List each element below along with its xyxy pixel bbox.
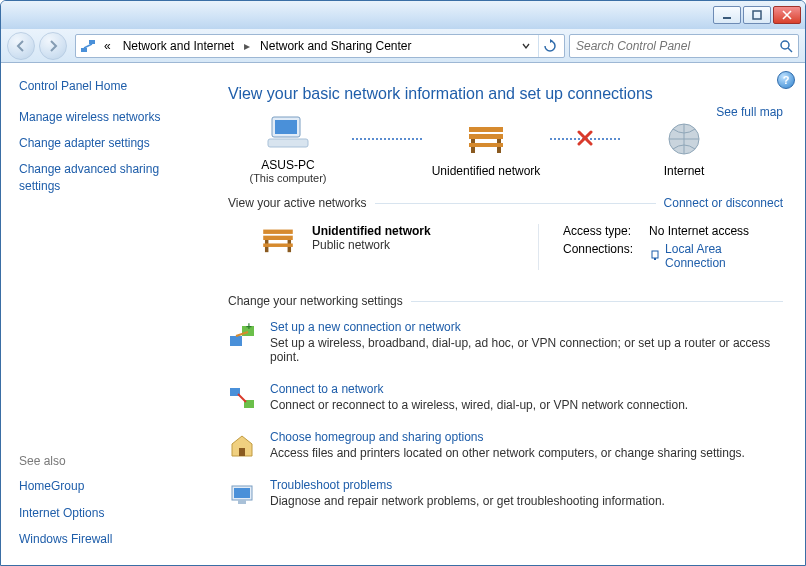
setting-homegroup: Choose homegroup and sharing options Acc… [228,430,783,460]
body: Control Panel Home Manage wireless netwo… [1,63,805,565]
svg-rect-15 [263,236,293,240]
svg-rect-26 [239,448,245,456]
back-button[interactable] [7,32,35,60]
node-this-computer[interactable]: ASUS-PC (This computer) [228,115,348,184]
maximize-button[interactable] [743,6,771,24]
node-network[interactable]: Unidentified network [426,121,546,178]
connection-link-text: Local Area Connection [665,242,783,270]
svg-rect-20 [654,258,656,260]
connect-disconnect-link[interactable]: Connect or disconnect [664,196,783,210]
node-computer-label: ASUS-PC [261,158,314,172]
globe-icon [666,121,702,160]
computer-icon [266,115,310,154]
refresh-button[interactable] [538,35,560,57]
svg-rect-6 [275,120,297,134]
ethernet-icon [649,249,661,264]
see-also-windows-firewall[interactable]: Windows Firewall [19,531,198,547]
active-networks-header-text: View your active networks [228,196,367,210]
forward-button[interactable] [39,32,67,60]
see-also-section: See also HomeGroup Internet Options Wind… [19,454,198,557]
chevron-right-icon[interactable]: ▸ [242,39,252,53]
content: ? View your basic network information an… [206,63,805,565]
window: « Network and Internet ▸ Network and Sha… [0,0,806,566]
svg-point-4 [781,41,789,49]
connect-network-icon [228,384,256,412]
active-network-type: Public network [312,238,431,252]
node-computer-sublabel: (This computer) [249,172,326,184]
settings-list: + Set up a new connection or network Set… [228,316,783,508]
svg-rect-14 [263,230,293,234]
bench-icon [258,224,298,259]
svg-rect-0 [723,17,731,19]
search-icon[interactable] [778,38,794,54]
setting-setup-connection-link[interactable]: Set up a new connection or network [270,320,461,334]
svg-rect-1 [753,11,761,19]
see-also-header: See also [19,454,198,468]
setting-homegroup-desc: Access files and printers located on oth… [270,446,745,460]
setting-troubleshoot: Troubleshoot problems Diagnose and repai… [228,478,783,508]
breadcrumb-ellipsis[interactable]: « [100,39,115,53]
bench-icon [463,121,509,160]
navbar: « Network and Internet ▸ Network and Sha… [1,29,805,63]
sidebar-link-advanced-sharing[interactable]: Change advanced sharing settings [19,161,198,193]
titlebar [1,1,805,29]
page-title: View your basic network information and … [228,85,783,103]
control-panel-home-link[interactable]: Control Panel Home [19,79,198,93]
sidebar: Control Panel Home Manage wireless netwo… [1,63,206,565]
close-button[interactable] [773,6,801,24]
setting-setup-connection: + Set up a new connection or network Set… [228,320,783,364]
breadcrumb-parent[interactable]: Network and Internet [119,39,238,53]
active-networks-header: View your active networks Connect or dis… [228,196,783,210]
homegroup-icon [228,432,256,460]
svg-rect-18 [263,243,293,246]
address-dropdown[interactable] [518,35,534,57]
svg-rect-9 [469,134,503,139]
connection-link[interactable]: Local Area Connection [649,242,783,270]
setting-connect-network: Connect to a network Connect or reconnec… [228,382,783,412]
active-network-block: Unidentified network Public network Acce… [228,218,783,282]
connection-line [352,138,422,140]
svg-rect-2 [81,48,87,52]
svg-rect-12 [469,143,503,147]
x-icon [577,130,593,149]
setup-connection-icon: + [228,322,256,350]
setting-homegroup-link[interactable]: Choose homegroup and sharing options [270,430,483,444]
network-map: ASUS-PC (This computer) Uniden [228,115,783,184]
svg-rect-21 [230,336,242,346]
search-box[interactable] [569,34,799,58]
svg-rect-7 [268,139,308,147]
svg-rect-3 [89,40,95,44]
change-settings-header-text: Change your networking settings [228,294,403,308]
sidebar-link-manage-wireless[interactable]: Manage wireless networks [19,109,198,125]
help-button[interactable]: ? [777,71,795,89]
see-also-internet-options[interactable]: Internet Options [19,505,198,521]
troubleshoot-icon [228,480,256,508]
breadcrumb-current[interactable]: Network and Sharing Center [256,39,415,53]
access-type-label: Access type: [563,224,633,238]
access-type-value: No Internet access [649,224,783,238]
setting-setup-connection-desc: Set up a wireless, broadband, dial-up, a… [270,336,783,364]
node-internet[interactable]: Internet [624,121,744,178]
node-internet-label: Internet [664,164,705,178]
sidebar-link-adapter-settings[interactable]: Change adapter settings [19,135,198,151]
setting-troubleshoot-desc: Diagnose and repair network problems, or… [270,494,665,508]
change-settings-header: Change your networking settings [228,294,783,308]
svg-rect-28 [234,488,250,498]
see-also-homegroup[interactable]: HomeGroup [19,478,198,494]
minimize-button[interactable] [713,6,741,24]
node-network-label: Unidentified network [432,164,541,178]
connection-line-broken [550,138,620,140]
svg-rect-19 [652,251,658,258]
active-network-name: Unidentified network [312,224,431,238]
setting-connect-network-desc: Connect or reconnect to a wireless, wire… [270,398,688,412]
setting-connect-network-link[interactable]: Connect to a network [270,382,383,396]
svg-text:+: + [246,322,252,332]
search-input[interactable] [574,38,778,54]
svg-rect-29 [238,500,246,504]
svg-rect-8 [469,127,503,132]
setting-troubleshoot-link[interactable]: Troubleshoot problems [270,478,392,492]
connections-label: Connections: [563,242,633,270]
network-sharing-icon [80,38,96,54]
address-bar[interactable]: « Network and Internet ▸ Network and Sha… [75,34,565,58]
